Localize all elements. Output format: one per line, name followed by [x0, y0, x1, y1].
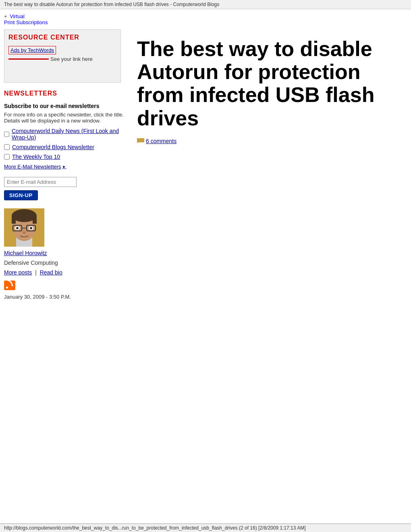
- main-content: The best way to disable Autorun for prot…: [137, 13, 407, 302]
- plus-symbol: +: [4, 13, 7, 19]
- more-newsletters-link[interactable]: More E-Mail Newsletters ►: [4, 164, 66, 170]
- newsletter-item-2: Computerworld Blogs Newsletter: [4, 144, 129, 150]
- newsletter-checkbox-3[interactable]: [4, 154, 10, 160]
- newsletter-item-3: The Weekly Top 10: [4, 154, 129, 160]
- resource-center-spacer: [8, 62, 116, 78]
- svg-point-15: [23, 231, 26, 234]
- post-date: January 30, 2009 - 3:50 P.M.: [4, 294, 129, 300]
- separator: |: [35, 269, 38, 276]
- more-newsletters-row: More E-Mail Newsletters ►: [4, 163, 129, 174]
- svg-point-13: [16, 227, 19, 229]
- virtual-link[interactable]: Virtual: [10, 13, 25, 19]
- author-section: Michael Horowitz Defensive Computing Mor…: [4, 208, 129, 276]
- comments-link[interactable]: 6 comments: [137, 138, 176, 144]
- read-bio-link[interactable]: Read bio: [40, 269, 62, 276]
- newsletter-link-2[interactable]: Computerworld Blogs Newsletter: [12, 144, 94, 150]
- author-photo: [4, 208, 44, 247]
- resource-center: RESOURCE CENTER Ads by TechWords See you…: [4, 29, 121, 83]
- browser-title-bar: The best way to disable Autorun for prot…: [0, 0, 411, 9]
- page-title-bar-text: The best way to disable Autorun for prot…: [4, 2, 219, 7]
- print-subscriptions-link[interactable]: Print Subscriptions: [4, 19, 48, 25]
- newsletter-item-1: Computerworld Daily News (First Look and…: [4, 128, 129, 141]
- see-link-row: See your link here: [8, 56, 116, 62]
- newsletters-section: NEWSLETTERS Subscribe to our e-mail news…: [4, 90, 129, 200]
- author-name: Michael Horowitz: [4, 250, 129, 256]
- subscribe-desc: For more info on a specific newsletter, …: [4, 112, 129, 124]
- comments-icon: [137, 138, 144, 144]
- newsletter-checkbox-1[interactable]: [4, 131, 9, 137]
- newsletters-heading: NEWSLETTERS: [4, 90, 129, 97]
- resource-center-heading: RESOURCE CENTER: [8, 34, 116, 41]
- newsletter-checkbox-2[interactable]: [4, 144, 10, 150]
- author-links: More posts | Read bio: [4, 269, 129, 276]
- sidebar-nav: + Virtual Print Subscriptions: [4, 13, 129, 25]
- more-newsletters-arrow-icon: ►: [62, 164, 66, 169]
- rss-section: January 30, 2009 - 3:50 P.M.: [4, 281, 129, 300]
- email-input-row: [4, 177, 129, 190]
- newsletter-link-1[interactable]: Computerworld Daily News (First Look and…: [12, 128, 129, 141]
- author-avatar: [4, 208, 44, 247]
- svg-rect-4: [12, 216, 16, 224]
- red-line-decoration: [8, 58, 49, 60]
- comments-row: 6 comments: [137, 138, 407, 152]
- ads-link[interactable]: Ads by TechWords: [8, 46, 56, 54]
- see-link-text: See your link here: [50, 56, 93, 62]
- svg-rect-5: [33, 216, 37, 224]
- author-blog: Defensive Computing: [4, 260, 129, 266]
- newsletter-link-3[interactable]: The Weekly Top 10: [12, 154, 60, 160]
- svg-point-14: [30, 227, 32, 229]
- signup-button[interactable]: SIGN-UP: [4, 190, 38, 200]
- comments-label: 6 comments: [146, 138, 176, 144]
- author-name-link[interactable]: Michael Horowitz: [4, 250, 47, 256]
- rss-icon[interactable]: [4, 281, 15, 290]
- sidebar: + Virtual Print Subscriptions RESOURCE C…: [4, 13, 129, 302]
- more-newsletters-label: More E-Mail Newsletters: [4, 164, 61, 170]
- subscribe-title: Subscribe to our e-mail newsletters: [4, 103, 129, 109]
- email-input[interactable]: [4, 177, 77, 187]
- more-posts-link[interactable]: More posts: [4, 269, 32, 276]
- article-title: The best way to disable Autorun for prot…: [137, 37, 407, 130]
